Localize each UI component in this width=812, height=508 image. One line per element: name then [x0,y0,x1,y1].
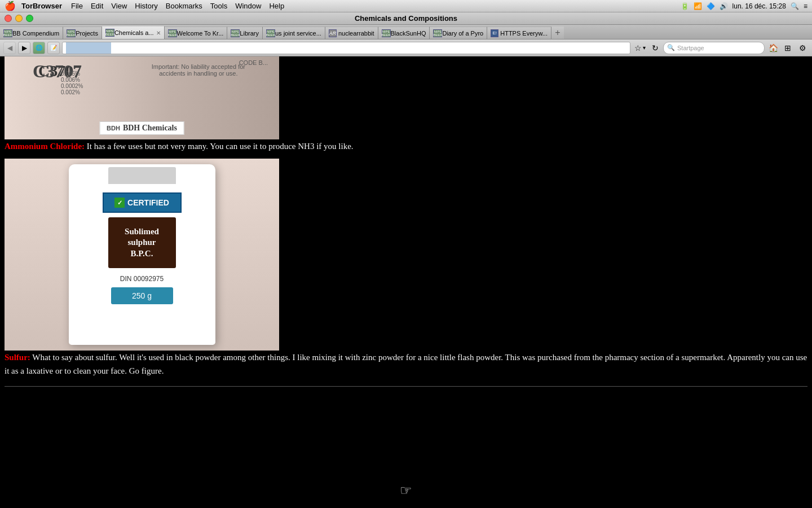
menu-history[interactable]: History [135,2,157,10]
bottle-inner: ✓ CERTIFIED Sublimed sulphur B.P.C. DIN … [69,164,215,345]
certified-text: CERTIFIED [127,198,169,207]
menubar: 🍎 TorBrowser File Edit View History Book… [0,0,812,12]
menu-file[interactable]: File [71,2,83,10]
tab-bb-compendium[interactable]: NIPEBEER BB Compendium [0,27,63,39]
tab-label: us joint service... [275,30,321,37]
nipe-icon: NIPEBEER [67,29,76,37]
search-bar[interactable]: 🔍 Startpage [663,42,765,54]
tab-label: Projects [76,30,98,37]
volume-icon: 🔊 [720,2,728,10]
nipe-icon: NIPEBEER [3,29,12,37]
tab-welcome[interactable]: NIPEBEER Welcome To Kr... [165,27,228,39]
bluetooth-icon: 🔷 [707,2,715,10]
app-name[interactable]: TorBrowser [21,2,62,10]
certified-badge: ✓ CERTIFIED [103,192,182,213]
screen-options[interactable]: ⊞ [782,42,794,54]
maximize-button[interactable] [26,15,33,22]
ammonium-chloride-name: Ammonium Chloride: [5,142,85,151]
new-tab-button[interactable]: + [551,27,564,39]
ext-icon: E! [491,29,498,37]
tab-label: BlackSunHQ [391,30,426,37]
star-down-icon: ▾ [643,45,646,51]
tab-library[interactable]: NIPEBEER Library [227,27,263,39]
footer-area: ☞ [0,480,812,508]
tabbar: NIPEBEER BB Compendium NIPEBEER Projects… [0,25,812,40]
section-divider [5,386,807,387]
star-icon: ☆ [634,43,642,52]
sulfur-bottle-image: ✓ CERTIFIED Sublimed sulphur B.P.C. DIN … [5,159,279,351]
nipe-icon: NIPEBEER [433,29,442,37]
ar-icon: AR [329,29,337,37]
checkmark-icon: ✓ [114,198,125,208]
din-number: DIN 00092975 [120,275,164,283]
menu-extra-icon[interactable]: ≡ [804,2,807,10]
tor-button[interactable]: 🌐 [33,42,45,54]
nipe-icon: NIPEBEER [168,29,177,37]
tab-projects[interactable]: NIPEBEER Projects [63,27,102,39]
reload-button[interactable]: ↻ [650,42,661,54]
ammonium-chloride-desc: It has a few uses but not very many. You… [85,142,353,151]
tab-label: HTTPS Everyw... [500,30,548,37]
cursor-icon: ☞ [400,483,412,498]
menu-bookmarks[interactable]: Bookmarks [166,2,202,10]
menu-window[interactable]: Window [235,2,261,10]
forward-button[interactable]: ▶ [18,42,30,54]
sulfur-name: Sulfur: [5,353,30,362]
tab-https[interactable]: E! HTTPS Everyw... [487,27,551,39]
sulfur-text: Sulfur: What to say about sulfur. Well i… [5,351,807,378]
navbar: ◀ ▶ 🌐 📝 ☆ ▾ ↻ 🔍 Startpage 🏠 ⊞ ⚙ [0,40,812,56]
search-icon[interactable]: 🔍 [791,2,799,10]
window-controls [5,15,33,22]
search-engine-icon: 🔍 [667,44,675,51]
bookmark-star[interactable]: ☆ ▾ [634,43,646,52]
minimize-button[interactable] [15,15,23,22]
battery-icon: 🔋 [681,2,689,10]
ammonium-chloride-text: Ammonium Chloride: It has a few uses but… [5,139,807,153]
bottle-cap [108,167,176,184]
tab-label: Library [240,30,259,37]
sublimed-line2: sulphur [127,237,156,248]
wifi-status: 📶 [694,2,702,10]
tab-blacksunhq[interactable]: NIPEBEER BlackSunHQ [378,27,430,39]
sublimed-line1: Sublimed [125,226,159,238]
tab-nuclearrabbit[interactable]: AR nuclearrabbit [325,27,378,39]
tab-joint[interactable]: NIPEBEER us joint service... [263,27,325,39]
sublimed-sulphur-label: Sublimed sulphur B.P.C. [108,217,176,268]
tab-label: Chemicals a... [114,29,154,36]
scratchpad-button[interactable]: 📝 [47,42,60,54]
tab-label: Welcome To Kr... [177,30,224,37]
tab-label: BB Compendium [12,30,59,37]
tab-label: Diary of a Pyro [442,30,483,37]
clock: lun. 16 déc. 15:28 [732,2,786,10]
nipe-icon: NIPEBEER [382,29,391,37]
back-button[interactable]: ◀ [3,42,16,54]
weight-badge: 250 g [111,287,173,304]
menubar-right: 🔋 📶 🔷 🔊 lun. 16 déc. 15:28 🔍 ≡ [681,2,807,10]
extra-options[interactable]: ⚙ [796,42,809,54]
page-load-indicator [66,42,111,54]
ammonium-chloride-image: C3707 0.005%0.006%0.0002%0.002% BDH BDH … [5,56,279,139]
tab-label: nuclearrabbit [338,30,374,37]
nipe-icon: NIPEBEER [231,29,240,37]
home-button[interactable]: 🏠 [767,42,779,54]
url-bar[interactable] [62,42,630,54]
nipe-icon: NIPEBEER [266,29,275,37]
sublimed-line3: B.P.C. [131,248,153,260]
tab-chemicals[interactable]: NIPEBEER Chemicals a... ✕ [102,26,165,39]
menu-edit[interactable]: Edit [91,2,103,10]
menu-tools[interactable]: Tools [210,2,227,10]
apple-menu[interactable]: 🍎 [5,1,16,11]
titlebar: Chemicals and Compositions [0,12,812,25]
nipe-icon: NIPEBEER [105,29,114,37]
menu-view[interactable]: View [111,2,127,10]
window-title: Chemicals and Compositions [355,14,457,23]
sulfur-desc: What to say about sulfur. Well it's used… [5,353,807,375]
bdh-brand: BDH BDH Chemicals [99,121,184,135]
page-content: C3707 0.005%0.006%0.0002%0.002% BDH BDH … [0,56,812,480]
close-button[interactable] [5,15,12,22]
menu-help[interactable]: Help [269,2,284,10]
search-text: Startpage [677,45,704,51]
tab-diary[interactable]: NIPEBEER Diary of a Pyro [430,27,487,39]
tab-close-button[interactable]: ✕ [156,30,161,36]
